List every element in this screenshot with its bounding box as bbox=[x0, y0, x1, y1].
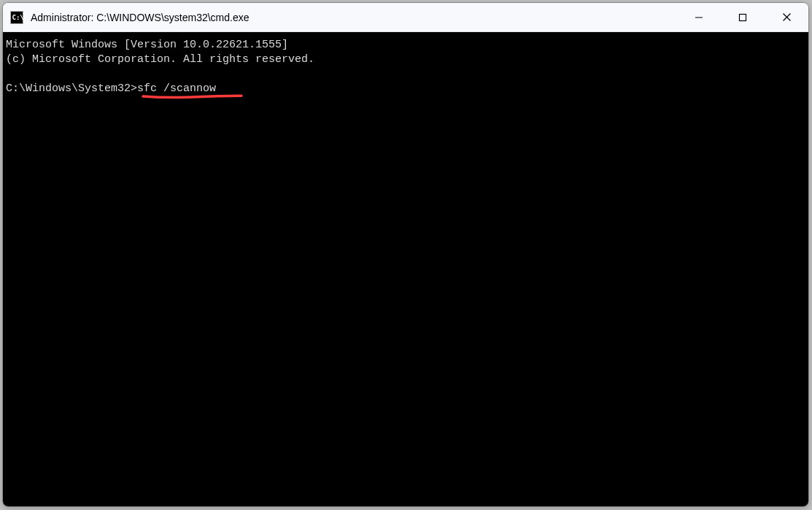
terminal-command: sfc /scannow bbox=[137, 82, 216, 95]
window-title: Administrator: C:\WINDOWS\system32\cmd.e… bbox=[31, 12, 677, 23]
terminal-blank-line bbox=[6, 67, 808, 82]
terminal-line-copyright: (c) Microsoft Corporation. All rights re… bbox=[6, 53, 808, 67]
minimize-icon bbox=[695, 13, 703, 22]
window-controls bbox=[677, 3, 808, 31]
close-icon bbox=[782, 12, 792, 22]
terminal-prompt: C:\Windows\System32> bbox=[6, 82, 137, 95]
terminal-area[interactable]: Microsoft Windows [Version 10.0.22621.15… bbox=[3, 32, 808, 506]
svg-text:C:\: C:\ bbox=[12, 14, 24, 21]
terminal-line-version: Microsoft Windows [Version 10.0.22621.15… bbox=[6, 38, 808, 53]
cmd-window: C:\ Administrator: C:\WINDOWS\system32\c… bbox=[2, 2, 809, 507]
svg-rect-3 bbox=[740, 14, 746, 20]
terminal-prompt-line: C:\Windows\System32>sfc /scannow bbox=[6, 82, 808, 96]
maximize-icon bbox=[738, 13, 747, 22]
close-button[interactable] bbox=[765, 3, 808, 31]
titlebar[interactable]: C:\ Administrator: C:\WINDOWS\system32\c… bbox=[3, 3, 808, 32]
cmd-icon: C:\ bbox=[10, 11, 23, 24]
maximize-button[interactable] bbox=[721, 3, 765, 31]
minimize-button[interactable] bbox=[677, 3, 721, 31]
